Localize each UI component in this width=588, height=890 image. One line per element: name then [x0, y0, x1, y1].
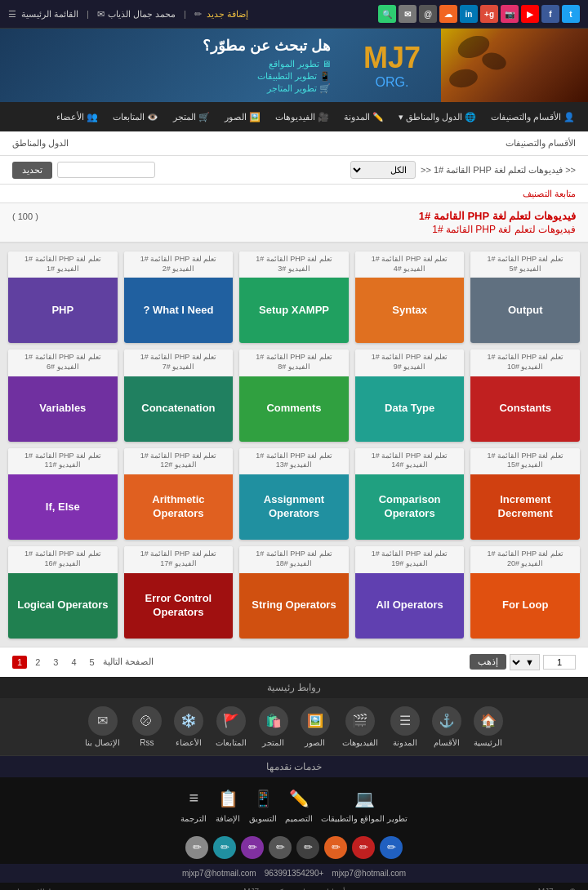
footer-rss[interactable]: ⛒ Rss [132, 706, 162, 747]
youtube-icon[interactable]: ▶ [521, 5, 539, 23]
video-card-20[interactable]: تعلم لغة PHP القائمة #1 الفيديو #20 For … [470, 546, 580, 638]
page-4[interactable]: 4 [66, 656, 81, 669]
nav-videos[interactable]: 🎥 الفيديوهات [269, 107, 336, 127]
filter-left: << فيديوهات لتعلم لغة PHP القائمة #1 << … [298, 161, 576, 179]
gplus-icon[interactable]: g+ [480, 5, 498, 23]
translation-icon: ≡ [180, 785, 207, 812]
tool-4-icon[interactable]: ✏ [296, 836, 319, 859]
nav-blog[interactable]: ✏️ المدونة [337, 107, 390, 127]
video-card-18[interactable]: تعلم لغة PHP القائمة #1 الفيديو #18 Stri… [239, 546, 349, 638]
footer-members[interactable]: ❄️ الأعضاء [174, 706, 203, 747]
video-label: تعلم لغة PHP القائمة #1 الفيديو #17 [124, 546, 234, 572]
video-card-6[interactable]: تعلم لغة PHP القائمة #1 الفيديو #6 Varia… [8, 349, 118, 441]
video-card-1[interactable]: تعلم لغة PHP القائمة #1 الفيديو #1 PHP [8, 251, 118, 343]
service-addition[interactable]: 📋 الإضافة [215, 785, 241, 823]
video-card-14[interactable]: تعلم لغة PHP القائمة #1 الفيديو #14 Comp… [355, 448, 465, 540]
following-icon: 👁️ [147, 112, 158, 122]
tool-7-icon[interactable]: ✏ [213, 836, 236, 859]
banner-link-1[interactable]: 🖥 تطوير المواقع [12, 59, 331, 69]
video-card-17[interactable]: تعلم لغة PHP القائمة #1 الفيديو #17 Erro… [124, 546, 234, 638]
video-card-9[interactable]: تعلم لغة PHP القائمة #1 الفيديو #9 Data … [355, 349, 465, 441]
content-area: الأقسام والتصنيفات الدول والمناطق << فيد… [0, 131, 588, 677]
footer-home[interactable]: 🏠 الرئيسية [474, 706, 503, 747]
banner-link-3[interactable]: 🛒 تطوير المتاجر [12, 83, 331, 94]
footer-members-label: الأعضاء [176, 738, 202, 747]
footer-terms[interactable]: شروط الاستخدام [12, 888, 70, 891]
all-filter-select[interactable]: الكل [350, 161, 416, 179]
page-2[interactable]: 2 [30, 656, 45, 669]
video-card-8[interactable]: تعلم لغة PHP القائمة #1 الفيديو #8 Comme… [239, 349, 349, 441]
user-name: محمد جمال الذياب [108, 9, 176, 20]
nav-members[interactable]: 👥 الأعضاء [50, 107, 105, 127]
instagram-icon[interactable]: 📷 [501, 5, 519, 23]
nav-following[interactable]: 👁️ المتابعات [106, 107, 165, 127]
section-count: ( 100 ) [12, 211, 38, 221]
page-1[interactable]: 1 [12, 656, 27, 669]
banner-link-2[interactable]: 📱 تطوير التطبيقات [12, 71, 331, 82]
mail-icon[interactable]: @ [419, 5, 437, 23]
go-button[interactable]: إذهب [470, 654, 506, 670]
follow-category-link[interactable]: متابعة التصنيف [523, 189, 576, 198]
video-card-3[interactable]: تعلم لغة PHP القائمة #1 الفيديو #3 Setup… [239, 251, 349, 343]
service-design[interactable]: ✏️ التصميم [285, 785, 313, 823]
banner-links: 🖥 تطوير المواقع 📱 تطوير التطبيقات 🛒 تطوي… [12, 59, 331, 94]
home-icon: 🏠 [474, 706, 503, 736]
tool-8-icon[interactable]: ✏ [185, 836, 208, 859]
tool-2-icon[interactable]: ✏ [352, 836, 375, 859]
service-marketing[interactable]: 📱 التسويق [249, 785, 277, 823]
video-card-7[interactable]: تعلم لغة PHP القائمة #1 الفيديو #7 Conca… [124, 349, 234, 441]
footer-contact[interactable]: ✉ الإتصال بنا [85, 706, 120, 747]
nav-regions[interactable]: 🌐 الدول والمناطق ▾ [392, 107, 483, 127]
tool-3-icon[interactable]: ✏ [324, 836, 347, 859]
search-icon[interactable]: 🔍 [378, 5, 396, 23]
facebook-icon[interactable]: f [541, 5, 559, 23]
page-select[interactable]: ▼ [510, 654, 540, 670]
video-card-13[interactable]: تعلم لغة PHP القائمة #1 الفيديو #13 Assi… [239, 448, 349, 540]
tool-5-icon[interactable]: ✏ [269, 836, 292, 859]
rss-icon[interactable]: ☁ [439, 5, 457, 23]
page-3[interactable]: 3 [48, 656, 63, 669]
determine-button[interactable]: تحديد [12, 162, 52, 179]
footer-blog[interactable]: ☰ المدونة [390, 706, 420, 747]
tool-1-icon[interactable]: ✏ [380, 836, 403, 859]
linkedin-icon[interactable]: in [460, 5, 478, 23]
flag-icon: 🚩 [216, 706, 246, 736]
nav-sections[interactable]: 👤 الأقسام والتصنيفات [484, 107, 581, 127]
video-thumb: Increment Decrement [470, 474, 580, 540]
filter-text-input[interactable] [57, 162, 155, 178]
video-card-5[interactable]: تعلم لغة PHP القائمة #1 الفيديو #5 Outpu… [470, 251, 580, 343]
video-card-16[interactable]: تعلم لغة PHP القائمة #1 الفيديو #16 Logi… [8, 546, 118, 638]
filter-path-label: << فيديوهات لتعلم لغة PHP القائمة #1 << [421, 165, 576, 176]
video-card-19[interactable]: تعلم لغة PHP القائمة #1 الفيديو #19 All … [355, 546, 465, 638]
page-number-input[interactable] [543, 655, 576, 670]
email-2[interactable]: mjxp7@hotmail.com [182, 869, 256, 878]
page-5[interactable]: 5 [85, 656, 100, 669]
footer-videos[interactable]: 🎬 الفيديوهات [342, 706, 378, 747]
footer-following[interactable]: 🚩 المتابعات [216, 706, 247, 747]
nav-store[interactable]: 🛒 المتجر [167, 107, 216, 127]
banner-logo[interactable]: MJ7 .ORG [343, 41, 441, 90]
mail2-icon[interactable]: ✉ [399, 5, 416, 23]
service-translation[interactable]: ≡ الترجمة [180, 785, 207, 823]
footer-sections[interactable]: ⚓ الأقسام [432, 706, 461, 747]
video-card-11[interactable]: تعلم لغة PHP القائمة #1 الفيديو #11 If, … [8, 448, 118, 540]
video-label: تعلم لغة PHP القائمة #1 الفيديو #5 [470, 251, 580, 278]
video-card-12[interactable]: تعلم لغة PHP القائمة #1 الفيديو #12 Arit… [124, 448, 234, 540]
main-menu-button[interactable]: القائمة الرئيسية [21, 9, 78, 20]
add-new-link[interactable]: إضافة جديد [207, 9, 248, 20]
email-1[interactable]: mjxp7@hotmail.com [332, 869, 406, 878]
tool-6-icon[interactable]: ✏ [241, 836, 264, 859]
video-card-15[interactable]: تعلم لغة PHP القائمة #1 الفيديو #15 Incr… [470, 448, 580, 540]
video-card-10[interactable]: تعلم لغة PHP القائمة #1 الفيديو #10 Cons… [470, 349, 580, 441]
footer-store[interactable]: 🛍️ المتجر [259, 706, 288, 747]
footer-photos[interactable]: 🖼️ الصور [301, 706, 330, 747]
rss-footer-icon: ⛒ [132, 706, 162, 736]
video-card-4[interactable]: تعلم لغة PHP القائمة #1 الفيديو #4 Synta… [355, 251, 465, 343]
video-card-2[interactable]: تعلم لغة PHP القائمة #1 الفيديو #2 What … [124, 251, 234, 343]
video-label: تعلم لغة PHP القائمة #1 الفيديو #6 [8, 349, 118, 376]
nav-photos-label: الصور [225, 112, 247, 122]
video-thumb: For Loop [470, 573, 580, 639]
service-websites[interactable]: 💻 تطوير المواقع والتطبيقات [321, 785, 408, 823]
twitter-icon[interactable]: t [562, 5, 580, 23]
nav-photos[interactable]: 🖼️ الصور [218, 107, 267, 127]
